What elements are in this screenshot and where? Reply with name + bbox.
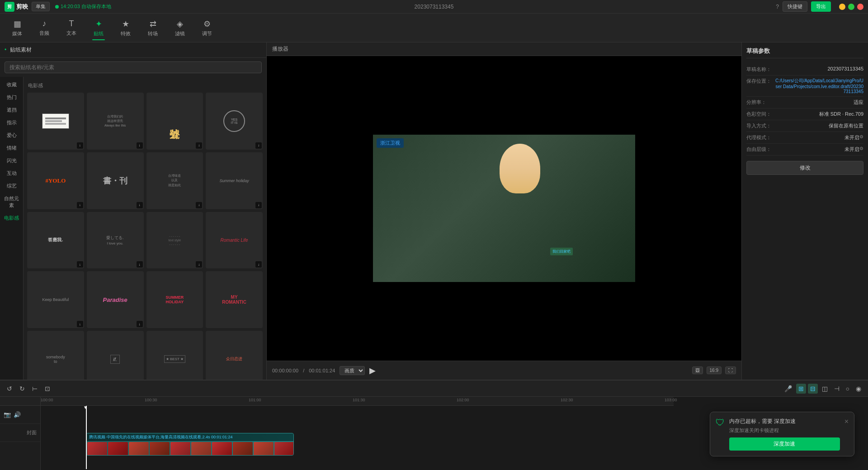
sticker-item-paradise[interactable]: Paradise ↓ (87, 271, 144, 328)
sticker-item-promise[interactable]: 答應我. ↓ (27, 212, 84, 269)
maximize-button[interactable] (848, 4, 854, 10)
track-label-cover: 封面 (0, 424, 40, 442)
screenshot-btn[interactable]: 🖼 (692, 367, 703, 374)
nav-favorites[interactable]: 收藏 (1, 79, 23, 91)
thumb-8 (233, 442, 253, 455)
player-title: 播放器 (272, 45, 288, 53)
tool-adjust[interactable]: ⚙ 调节 (194, 16, 220, 40)
delete-button[interactable]: ⊡ (42, 384, 52, 394)
sticker-item-taiwan[interactable]: 台湾味道以及就是如此 ↓ (146, 152, 203, 209)
nav-nature[interactable]: 自然元素 (1, 193, 23, 212)
nav-interactive[interactable]: 互动 (1, 167, 23, 179)
download-btn[interactable]: ↓ (255, 261, 262, 268)
prop-label-name: 草稿名称： (746, 66, 774, 73)
sticker-my-romantic-visual: MYROMANTIC (222, 295, 246, 305)
tool-media[interactable]: ▦ 媒体 (5, 16, 30, 40)
tool-sticker[interactable]: ✦ 贴纸 (86, 16, 111, 40)
download-btn[interactable]: ↓ (196, 142, 202, 149)
video-track[interactable]: 腾讯视频·中国领先的在线视频媒体平台,海量高清视频在线观看,2.4s 00:01… (86, 433, 294, 456)
tool-text[interactable]: T 文本 (59, 16, 84, 40)
media-icon: ▦ (14, 19, 21, 29)
toast-cta-button[interactable]: 深度加速 (729, 437, 840, 451)
fit-btn[interactable]: ◫ (820, 384, 830, 394)
toast-close-button[interactable]: × (844, 418, 849, 426)
sticker-item-ailove[interactable]: 愛してる.I love you. ↓ (87, 212, 144, 269)
sticker-item-book[interactable]: 書・刊 ↓ (87, 152, 144, 209)
help-icon[interactable]: ? (776, 4, 779, 10)
prop-value-path[interactable]: C:/Users/公司/AppData/Local/JianyingPro/Us… (774, 78, 863, 94)
tool-filter[interactable]: ◈ 滤镜 (167, 16, 193, 40)
download-btn[interactable]: ↓ (77, 202, 83, 208)
mic-button[interactable]: 🎤 (782, 384, 794, 394)
nav-trending[interactable]: 遮挡 (1, 104, 23, 116)
shortcut-button[interactable]: 快捷键 (783, 1, 807, 12)
shirt-badge: 我们回家吧 (550, 248, 573, 255)
download-btn[interactable]: ↓ (77, 321, 83, 327)
sticker-item-romantic[interactable]: Romantic Life ↓ (206, 212, 263, 269)
play-button[interactable]: ▶ (369, 366, 376, 376)
fullscreen-btn[interactable]: ⛶ (725, 367, 736, 374)
nav-cinematic[interactable]: 电影感 (1, 212, 23, 224)
undo-button[interactable]: ↺ (5, 384, 14, 394)
download-btn[interactable]: ↓ (77, 261, 83, 268)
freelayer-toggle[interactable]: ⚙ (859, 146, 863, 151)
download-btn[interactable]: ↓ (77, 142, 83, 149)
nav-flash[interactable]: 闪光 (1, 155, 23, 167)
download-btn[interactable]: ↓ (255, 202, 262, 208)
sticker-item-somebody[interactable]: somebodyto (27, 331, 84, 380)
sticker-grid: ↓ 台湾我们的就这样漂亮Always like this ↓ 號外 ↓ YESI… (27, 93, 263, 380)
sticker-item-summer-holiday[interactable]: Summer holiday ↓ (206, 152, 263, 209)
mode-button[interactable]: 单集 (32, 2, 50, 11)
zoom-in-btn[interactable]: ⊞ (796, 384, 806, 394)
playhead[interactable] (86, 406, 87, 469)
sticker-search-input[interactable] (5, 61, 262, 73)
export-button[interactable]: 导出 (811, 1, 831, 12)
sticker-item-summer-holiday2[interactable]: SUMMERHOLIDAY (146, 271, 203, 328)
tool-transitions[interactable]: ⇄ 转场 (140, 16, 165, 40)
split-button[interactable]: ⊢ (30, 384, 40, 394)
track-area: 腾讯视频·中国领先的在线视频媒体平台,海量高清视频在线观看,2.4s 00:01… (41, 406, 674, 469)
tool-effects[interactable]: ★ 特效 (113, 16, 138, 40)
sticker-item-haiku[interactable]: 號外 ↓ (146, 93, 203, 150)
nav-guide[interactable]: 指示 (1, 117, 23, 129)
magnet-btn[interactable]: ○ (844, 384, 852, 394)
sticker-item-circle[interactable]: YESIT IS ↓ (206, 93, 263, 150)
nav-hot[interactable]: 热门 (1, 91, 23, 103)
edit-button[interactable]: 修改 (746, 161, 863, 175)
close-button[interactable] (857, 4, 863, 10)
zoom-out-btn[interactable]: ⊟ (808, 384, 818, 394)
tool-transitions-label: 转场 (148, 30, 158, 37)
download-btn[interactable]: ↓ (137, 261, 143, 268)
sticker-item-best[interactable]: ★ BEST ★ (146, 331, 203, 380)
right-panel: 草稿参数 草稿名称： 2023073113345 保存位置： C:/Users/… (741, 42, 868, 380)
nav-variety[interactable]: 综艺 (1, 180, 23, 192)
download-btn[interactable]: ↓ (196, 261, 202, 268)
redo-button[interactable]: ↻ (17, 384, 27, 394)
nav-emotion[interactable]: 情绪 (1, 142, 23, 154)
tool-audio[interactable]: ♪ 音频 (32, 16, 57, 40)
sticker-item-if[interactable]: if. (87, 331, 144, 380)
sticker-item-yolo[interactable]: #YOLO ↓ (27, 152, 84, 209)
settings-btn[interactable]: ◉ (854, 384, 863, 394)
sticker-lines2-visual: - - - - - -text style- - - - - - (169, 234, 181, 246)
sticker-item-lovers[interactable]: 众日恋进 (206, 331, 263, 380)
download-btn[interactable]: ↓ (196, 202, 202, 208)
align-btn[interactable]: ⊣ (832, 384, 842, 394)
player-right-controls: 🖼 16:9 ⛶ (692, 367, 736, 374)
sticker-item-lines[interactable]: 台湾我们的就这样漂亮Always like this ↓ (87, 93, 144, 150)
proxy-toggle[interactable]: ⚙ (859, 134, 863, 139)
sticker-item-keep[interactable]: Keep Beautiful ↓ (27, 271, 84, 328)
quality-select[interactable]: 画质 (340, 366, 365, 375)
download-btn[interactable]: ↓ (137, 202, 143, 208)
nav-love[interactable]: 爱心 (1, 129, 23, 141)
sticker-item-lines2[interactable]: - - - - - -text style- - - - - - ↓ (146, 212, 203, 269)
download-btn[interactable]: ↓ (137, 321, 143, 327)
download-btn[interactable]: ↓ (137, 142, 143, 149)
sticker-item-my-romantic[interactable]: MYROMANTIC (206, 271, 263, 328)
thumb-1 (87, 442, 107, 455)
minimize-button[interactable] (839, 4, 845, 10)
prop-row-freelayer: 自由层级： 未开启 ⚙ (746, 144, 863, 155)
sticker-item-document[interactable]: ↓ (27, 93, 84, 150)
ratio-btn[interactable]: 16:9 (707, 367, 722, 374)
download-btn[interactable]: ↓ (255, 142, 262, 149)
